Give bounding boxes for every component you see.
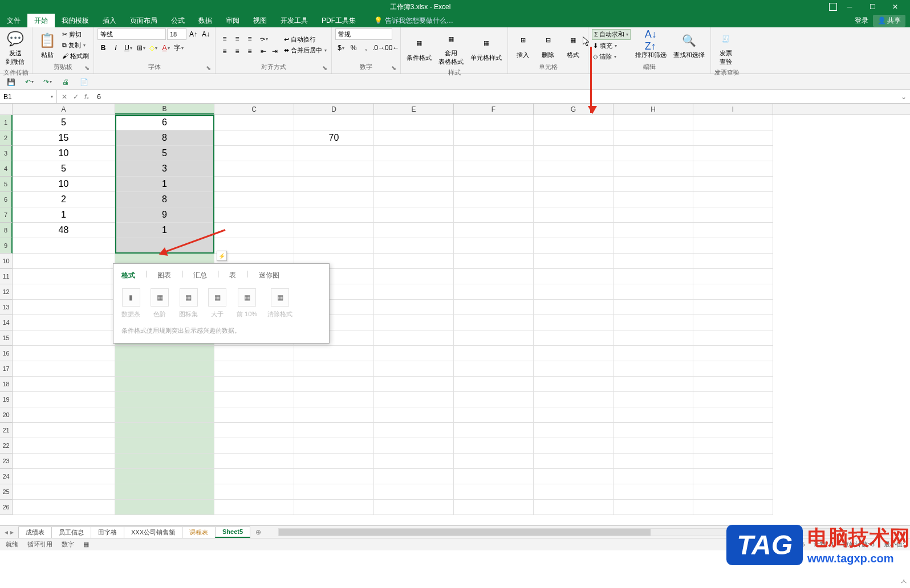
cell-I23[interactable] (693, 454, 773, 469)
name-box[interactable]: B1 ▾ (0, 90, 57, 103)
cell-G11[interactable] (534, 269, 614, 284)
cell-A5[interactable]: 10 (13, 177, 115, 192)
cell-I20[interactable] (693, 407, 773, 423)
cell-D20[interactable] (294, 407, 374, 423)
cell-D7[interactable] (294, 207, 374, 223)
cell-A7[interactable]: 1 (13, 207, 115, 223)
cell-G9[interactable] (534, 238, 614, 254)
row-header-16[interactable]: 16 (0, 346, 13, 361)
cell-C22[interactable] (214, 438, 294, 454)
cell-styles-button[interactable]: ▦单元格样式 (468, 33, 504, 63)
cell-A17[interactable] (13, 361, 115, 377)
cell-D8[interactable] (294, 223, 374, 238)
cell-C16[interactable] (214, 346, 294, 361)
cell-B20[interactable] (115, 407, 214, 423)
qa-opt-databar[interactable]: ▮数据条 (121, 288, 140, 318)
select-all-corner[interactable] (0, 104, 13, 115)
clipboard-launcher-icon[interactable]: ⬊ (83, 64, 90, 71)
font-size-select[interactable] (167, 28, 186, 40)
add-sheet-button[interactable]: ⊕ (250, 528, 267, 536)
cell-G18[interactable] (534, 377, 614, 392)
cell-G24[interactable] (534, 469, 614, 484)
cell-E9[interactable] (374, 238, 454, 254)
insert-cells-button[interactable]: ⊞插入 (511, 30, 534, 60)
row-header-12[interactable]: 12 (0, 284, 13, 300)
cell-B5[interactable]: 1 (115, 177, 214, 192)
cell-F11[interactable] (454, 269, 534, 284)
cut-button[interactable]: ✂剪切 (61, 30, 90, 39)
cell-I2[interactable] (693, 130, 773, 146)
cell-H18[interactable] (614, 377, 693, 392)
tab-mytemplates[interactable]: 我的模板 (55, 14, 96, 27)
cell-C17[interactable] (214, 361, 294, 377)
cell-E15[interactable] (374, 330, 454, 346)
cell-E24[interactable] (374, 469, 454, 484)
cell-I21[interactable] (693, 423, 773, 438)
collapse-ribbon-icon[interactable]: ㅅ (900, 577, 908, 587)
cell-A4[interactable]: 5 (13, 161, 115, 177)
cell-B1[interactable]: 6 (115, 115, 214, 130)
cell-I26[interactable] (693, 500, 773, 515)
sheet-nav-last-icon[interactable]: ▸ (10, 528, 14, 536)
cell-G1[interactable] (534, 115, 614, 130)
cell-B7[interactable]: 9 (115, 207, 214, 223)
qa-opt-colorscale[interactable]: ▦色阶 (151, 288, 169, 318)
percent-icon[interactable]: % (348, 42, 359, 54)
italic-button[interactable]: I (110, 42, 121, 54)
col-header-c[interactable]: C (214, 104, 294, 115)
cell-D6[interactable] (294, 192, 374, 207)
cell-D25[interactable] (294, 484, 374, 500)
fill-color-button[interactable]: ◇▾ (148, 42, 159, 54)
cell-B25[interactable] (115, 484, 214, 500)
merge-center-button[interactable]: ⬌合并后居中▾ (283, 46, 328, 55)
cell-F8[interactable] (454, 223, 534, 238)
cell-G15[interactable] (534, 330, 614, 346)
cell-B17[interactable] (115, 361, 214, 377)
row-header-6[interactable]: 6 (0, 192, 13, 207)
cell-G26[interactable] (534, 500, 614, 515)
cell-D24[interactable] (294, 469, 374, 484)
table-format-button[interactable]: ▦套用 表格格式 (436, 28, 466, 67)
cell-F25[interactable] (454, 484, 534, 500)
cell-C26[interactable] (214, 500, 294, 515)
cell-B21[interactable] (115, 423, 214, 438)
cell-D1[interactable] (294, 115, 374, 130)
col-header-e[interactable]: E (374, 104, 454, 115)
bold-button[interactable]: B (98, 42, 109, 54)
cell-G16[interactable] (534, 346, 614, 361)
cell-D21[interactable] (294, 423, 374, 438)
cell-F7[interactable] (454, 207, 534, 223)
tab-insert[interactable]: 插入 (96, 14, 123, 27)
cell-H5[interactable] (614, 177, 693, 192)
cell-B22[interactable] (115, 438, 214, 454)
cell-A16[interactable] (13, 346, 115, 361)
cell-I12[interactable] (693, 284, 773, 300)
cell-G21[interactable] (534, 423, 614, 438)
cell-A13[interactable] (13, 300, 115, 315)
alignment-launcher-icon[interactable]: ⬊ (321, 64, 328, 71)
cell-H10[interactable] (614, 254, 693, 269)
cell-A20[interactable] (13, 407, 115, 423)
cell-H6[interactable] (614, 192, 693, 207)
tab-data[interactable]: 数据 (192, 14, 219, 27)
align-top-icon[interactable]: ≡ (219, 33, 230, 44)
row-header-23[interactable]: 23 (0, 454, 13, 469)
font-launcher-icon[interactable]: ⬊ (205, 64, 212, 71)
cell-I6[interactable] (693, 192, 773, 207)
cell-A2[interactable]: 15 (13, 130, 115, 146)
cell-G5[interactable] (534, 177, 614, 192)
row-header-4[interactable]: 4 (0, 161, 13, 177)
cell-C3[interactable] (214, 146, 294, 161)
font-color-button[interactable]: A▾ (160, 42, 172, 54)
cell-D17[interactable] (294, 361, 374, 377)
cell-I11[interactable] (693, 269, 773, 284)
wrap-text-button[interactable]: ↩自动换行 (283, 35, 328, 44)
qa-opt-greater[interactable]: ▦大于 (208, 288, 226, 318)
redo-icon[interactable]: ↷▾ (41, 76, 54, 88)
row-header-21[interactable]: 21 (0, 423, 13, 438)
cell-B3[interactable]: 5 (115, 146, 214, 161)
delete-cells-button[interactable]: ⊟删除 (537, 30, 559, 60)
tab-view[interactable]: 视图 (246, 14, 274, 27)
cell-C7[interactable] (214, 207, 294, 223)
cell-E23[interactable] (374, 454, 454, 469)
